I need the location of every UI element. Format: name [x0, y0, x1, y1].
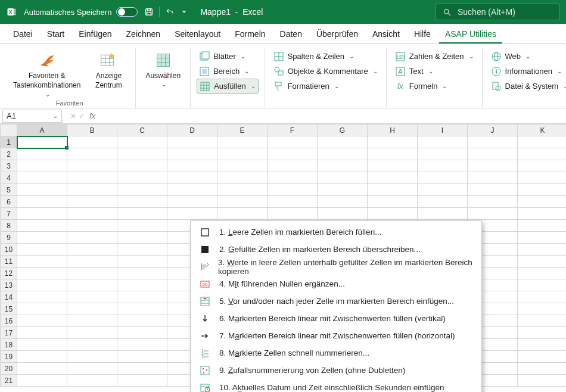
enter-icon[interactable]: ✓ [79, 112, 85, 120]
row-header-6[interactable]: 6 [1, 196, 17, 208]
text-button[interactable]: AText⌄ [393, 64, 476, 79]
cell-K8[interactable] [518, 220, 567, 232]
cell-K3[interactable] [518, 160, 567, 172]
auswaehlen-button[interactable]: Auswählen ⌄ [142, 49, 184, 89]
row-header-16[interactable]: 16 [1, 315, 17, 327]
cell-A12[interactable] [17, 267, 67, 279]
objekte-kommentare-button[interactable]: Objekte & Kommentare⌄ [271, 64, 380, 79]
menu-item-9[interactable]: 9. Zufallsnummerierung von Zellen (ohne … [191, 362, 481, 379]
cell-A20[interactable] [17, 363, 67, 375]
cell-E7[interactable] [217, 208, 268, 220]
row-header-10[interactable]: 10 [1, 244, 17, 256]
menu-item-5[interactable]: 5. Vor und/oder nach jeder Zelle im mark… [191, 293, 481, 310]
cell-A16[interactable] [17, 315, 67, 327]
col-header-F[interactable]: F [268, 125, 318, 136]
cell-B18[interactable] [67, 339, 117, 351]
cell-B5[interactable] [67, 184, 117, 196]
cell-K14[interactable] [518, 291, 567, 303]
cell-H2[interactable] [368, 148, 418, 160]
cell-J2[interactable] [468, 148, 518, 160]
cell-C17[interactable] [117, 327, 167, 339]
undo-icon[interactable] [164, 7, 175, 17]
cell-B12[interactable] [67, 267, 117, 279]
cell-E4[interactable] [217, 172, 268, 184]
cell-C2[interactable] [117, 148, 167, 160]
cell-J7[interactable] [468, 208, 518, 220]
fx-label[interactable]: fx [89, 111, 95, 120]
cell-D5[interactable] [167, 184, 217, 196]
tab-formeln[interactable]: Formeln [229, 26, 271, 43]
cell-K17[interactable] [518, 327, 567, 339]
cell-C9[interactable] [117, 232, 167, 244]
cell-K18[interactable] [518, 339, 567, 351]
cell-E3[interactable] [217, 160, 268, 172]
row-header-4[interactable]: 4 [1, 172, 17, 184]
cell-A2[interactable] [17, 148, 67, 160]
menu-item-8[interactable]: 1238. Markierte Zellen schnell nummerier… [191, 344, 481, 362]
cell-A9[interactable] [17, 232, 67, 244]
cell-K6[interactable] [518, 196, 567, 208]
tab-asap-utilities[interactable]: ASAP Utilities [439, 26, 502, 43]
cell-I6[interactable] [418, 196, 468, 208]
cell-K10[interactable] [518, 244, 567, 256]
col-header-C[interactable]: C [117, 125, 167, 136]
row-header-7[interactable]: 7 [1, 208, 17, 220]
cell-I1[interactable] [418, 136, 468, 148]
cell-G1[interactable] [318, 136, 368, 148]
cell-K19[interactable] [518, 351, 567, 363]
cell-D1[interactable] [167, 136, 217, 148]
tab-zeichnen[interactable]: Zeichnen [120, 26, 167, 43]
autosave-toggle[interactable]: Automatisches Speichern [24, 7, 138, 17]
cell-A4[interactable] [17, 172, 67, 184]
qat-dropdown-icon[interactable] [179, 7, 189, 17]
menu-item-6[interactable]: 6. Markierten Bereich linear mit Zwische… [191, 310, 481, 327]
menu-item-4[interactable]: 004. Mit führenden Nullen ergänzen... [191, 275, 481, 293]
save-icon[interactable] [144, 7, 154, 17]
cell-G4[interactable] [318, 172, 368, 184]
cell-A14[interactable] [17, 291, 67, 303]
cell-K16[interactable] [518, 315, 567, 327]
cell-A15[interactable] [17, 303, 67, 315]
col-header-D[interactable]: D [167, 125, 217, 136]
cell-B9[interactable] [67, 232, 117, 244]
cell-K21[interactable] [518, 375, 567, 387]
cell-G6[interactable] [318, 196, 368, 208]
row-header-17[interactable]: 17 [1, 327, 17, 339]
bereich-button[interactable]: Bereich⌄ [197, 64, 258, 79]
cell-J5[interactable] [468, 184, 518, 196]
row-header-3[interactable]: 3 [1, 160, 17, 172]
row-header-2[interactable]: 2 [1, 148, 17, 160]
cell-A7[interactable] [17, 208, 67, 220]
cell-D4[interactable] [167, 172, 217, 184]
cell-C20[interactable] [117, 363, 167, 375]
spreadsheet-area[interactable]: ABCDEFGHIJKL1234567891011121314151617181… [0, 124, 566, 387]
cell-K12[interactable] [518, 267, 567, 279]
cell-B14[interactable] [67, 291, 117, 303]
cell-J6[interactable] [468, 196, 518, 208]
tab-hilfe[interactable]: Hilfe [408, 26, 437, 43]
cell-B16[interactable] [67, 315, 117, 327]
cell-K4[interactable] [518, 172, 567, 184]
col-header-G[interactable]: G [318, 125, 368, 136]
row-header-1[interactable]: 1 [1, 136, 17, 148]
cell-K13[interactable] [518, 279, 567, 291]
cell-H1[interactable] [368, 136, 418, 148]
cell-G5[interactable] [318, 184, 368, 196]
cell-A5[interactable] [17, 184, 67, 196]
cell-K20[interactable] [518, 363, 567, 375]
cell-H5[interactable] [368, 184, 418, 196]
cell-E1[interactable] [217, 136, 268, 148]
col-header-K[interactable]: K [518, 125, 567, 136]
cell-F5[interactable] [268, 184, 318, 196]
cell-C11[interactable] [117, 256, 167, 267]
row-header-12[interactable]: 12 [1, 267, 17, 279]
cell-G3[interactable] [318, 160, 368, 172]
cell-C7[interactable] [117, 208, 167, 220]
cell-D7[interactable] [167, 208, 217, 220]
row-header-11[interactable]: 11 [1, 256, 17, 267]
row-header-14[interactable]: 14 [1, 291, 17, 303]
cell-B3[interactable] [67, 160, 117, 172]
cell-D2[interactable] [167, 148, 217, 160]
cell-B10[interactable] [67, 244, 117, 256]
cell-B17[interactable] [67, 327, 117, 339]
